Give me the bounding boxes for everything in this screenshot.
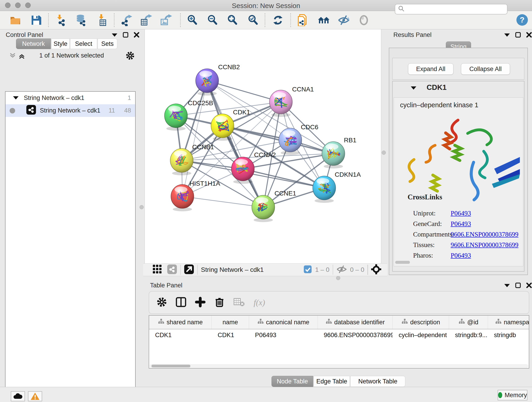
export-table-button[interactable] bbox=[140, 14, 152, 26]
network-canvas[interactable]: CCNB2CCNA1CDC25BCDK1CDC6RB1CCNB1CCNA2CDK… bbox=[145, 29, 381, 264]
float-panel-icon[interactable] bbox=[515, 282, 521, 288]
show-eye-button[interactable] bbox=[358, 14, 370, 26]
crosslink-link[interactable]: P06493 bbox=[451, 210, 471, 217]
network-node-CCNB1[interactable] bbox=[170, 148, 193, 175]
export-image-button[interactable] bbox=[160, 14, 172, 26]
close-panel-icon[interactable] bbox=[526, 32, 532, 38]
hide-glasses-button[interactable] bbox=[337, 14, 350, 26]
help-button[interactable]: ? bbox=[516, 14, 528, 27]
tab-network-table[interactable]: Network Table bbox=[350, 376, 405, 387]
network-node-CDKN1A[interactable] bbox=[313, 176, 336, 203]
zoom-selected-button[interactable] bbox=[247, 14, 259, 26]
collapse-panel-icon[interactable] bbox=[504, 283, 510, 288]
hidden-eye-slash-icon[interactable] bbox=[336, 265, 347, 274]
import-table-button[interactable] bbox=[96, 14, 109, 26]
table-hscrollbar[interactable] bbox=[150, 364, 528, 368]
zoom-out-button[interactable] bbox=[206, 14, 219, 26]
table-add-column-icon[interactable] bbox=[195, 297, 206, 308]
table-columns-icon[interactable] bbox=[176, 297, 186, 308]
table-row[interactable]: CDK1CDK1P064939606.ENSP00000378699cyclin… bbox=[149, 329, 529, 340]
table-delete-icon[interactable] bbox=[214, 297, 225, 308]
toolbar-separator bbox=[265, 13, 265, 27]
search-input[interactable] bbox=[405, 6, 502, 13]
warning-button[interactable] bbox=[28, 391, 42, 401]
tab-node-table[interactable]: Node Table bbox=[272, 376, 313, 387]
float-panel-icon[interactable] bbox=[123, 32, 128, 38]
share-document-button[interactable] bbox=[297, 14, 309, 26]
column-header-canonical-name[interactable]: canonical name bbox=[249, 316, 318, 329]
column-header-database-identifier[interactable]: database identifier bbox=[318, 316, 393, 329]
refresh-layout-button[interactable] bbox=[272, 14, 284, 26]
results-hscrollbar-thumb[interactable] bbox=[395, 261, 410, 264]
table-header-row: shared namenamecanonical namedatabase id… bbox=[149, 316, 529, 329]
network-node-CCNE1[interactable] bbox=[252, 195, 275, 222]
network-node-CCNA1[interactable] bbox=[269, 90, 292, 117]
node-table[interactable]: shared namenamecanonical namedatabase id… bbox=[149, 315, 529, 369]
tab-style[interactable]: Style bbox=[51, 38, 70, 49]
node-label-CCNB1: CCNB1 bbox=[192, 143, 214, 151]
close-panel-icon[interactable] bbox=[133, 32, 139, 38]
close-panel-icon[interactable] bbox=[526, 282, 532, 288]
column-header-shared-name[interactable]: shared name bbox=[149, 316, 212, 329]
home-button[interactable] bbox=[317, 14, 330, 26]
network-edge[interactable] bbox=[182, 196, 263, 207]
table-hscrollbar-thumb[interactable] bbox=[152, 365, 190, 367]
open-session-button[interactable] bbox=[9, 14, 22, 26]
network-graph[interactable]: CCNB2CCNA1CDC25BCDK1CDC6RB1CCNB1CCNA2CDK… bbox=[145, 29, 381, 264]
zoom-in-button[interactable] bbox=[186, 14, 199, 26]
crosslink-link[interactable]: 9606.ENSP00000378699 bbox=[451, 241, 519, 249]
network-options-gear-icon[interactable] bbox=[126, 51, 135, 61]
network-node-CDC25B[interactable] bbox=[165, 104, 187, 131]
detach-view-icon[interactable] bbox=[184, 264, 194, 275]
network-node-RB1[interactable] bbox=[322, 142, 345, 168]
network-row[interactable]: String Network – cdk1 11 48 bbox=[6, 104, 135, 117]
network-node-count: 11 bbox=[109, 107, 115, 114]
import-network-database-button[interactable] bbox=[75, 14, 88, 26]
memory-button[interactable]: Memory bbox=[498, 390, 527, 400]
toolbar-separator bbox=[114, 13, 114, 27]
network-edge[interactable] bbox=[207, 81, 263, 207]
import-network-file-button[interactable] bbox=[56, 14, 69, 26]
shared-column-icon bbox=[495, 319, 501, 326]
network-edge[interactable] bbox=[243, 169, 324, 188]
zoom-fit-button[interactable] bbox=[226, 14, 239, 26]
grid-view-icon[interactable] bbox=[153, 265, 162, 275]
collapse-all-button[interactable]: Collapse All bbox=[461, 63, 510, 75]
network-node-CDK1[interactable] bbox=[211, 114, 234, 141]
network-collection-row[interactable]: String Network – cdk1 1 bbox=[6, 92, 135, 104]
left-splitter-handle[interactable] bbox=[139, 205, 144, 209]
crosslink-link[interactable]: 9606.ENSP00000378699 bbox=[451, 230, 519, 238]
collection-expand-icon[interactable] bbox=[13, 95, 19, 102]
network-node-CCNB2[interactable] bbox=[196, 69, 219, 96]
expand-all-button[interactable]: Expand All bbox=[408, 63, 453, 75]
column-header-namespace[interactable]: namespace bbox=[488, 316, 529, 329]
table-delete-table-icon[interactable] bbox=[234, 298, 245, 307]
tab-sets[interactable]: Sets bbox=[98, 38, 117, 49]
network-share-badge-icon[interactable] bbox=[167, 264, 177, 275]
gene-detail-card: cyclin–dependent kinase 1 CrossLinks Uni… bbox=[394, 97, 523, 266]
search-box[interactable] bbox=[395, 4, 507, 14]
table-function-builder-fx[interactable]: f(x) bbox=[254, 298, 265, 307]
save-session-button[interactable] bbox=[30, 14, 42, 26]
column-header-description[interactable]: description bbox=[393, 316, 449, 329]
gene-collapse-icon[interactable] bbox=[411, 85, 417, 91]
cloud-button[interactable] bbox=[11, 391, 25, 401]
crosshair-icon[interactable] bbox=[371, 264, 381, 275]
collapse-panel-icon[interactable] bbox=[504, 32, 510, 37]
selected-checkbox-icon[interactable] bbox=[304, 265, 312, 274]
tab-select[interactable]: Select bbox=[70, 38, 97, 49]
column-header-name[interactable]: name bbox=[212, 316, 249, 329]
collapse-panel-icon[interactable] bbox=[112, 32, 118, 37]
crosslink-link[interactable]: P06493 bbox=[451, 252, 471, 259]
tab-network[interactable]: Network bbox=[16, 38, 51, 49]
right-splitter-handle[interactable] bbox=[382, 151, 386, 155]
tab-edge-table[interactable]: Edge Table bbox=[314, 376, 350, 387]
export-network-button[interactable] bbox=[120, 14, 133, 26]
crosslink-link[interactable]: P06493 bbox=[451, 220, 471, 228]
network-node-HIST1H1A[interactable] bbox=[171, 185, 194, 211]
table-gear-icon[interactable] bbox=[157, 297, 167, 308]
column-header--id[interactable]: @id bbox=[449, 316, 488, 329]
gene-description: cyclin–dependent kinase 1 bbox=[400, 101, 478, 109]
network-edge[interactable] bbox=[182, 81, 207, 196]
float-panel-icon[interactable] bbox=[515, 32, 521, 38]
